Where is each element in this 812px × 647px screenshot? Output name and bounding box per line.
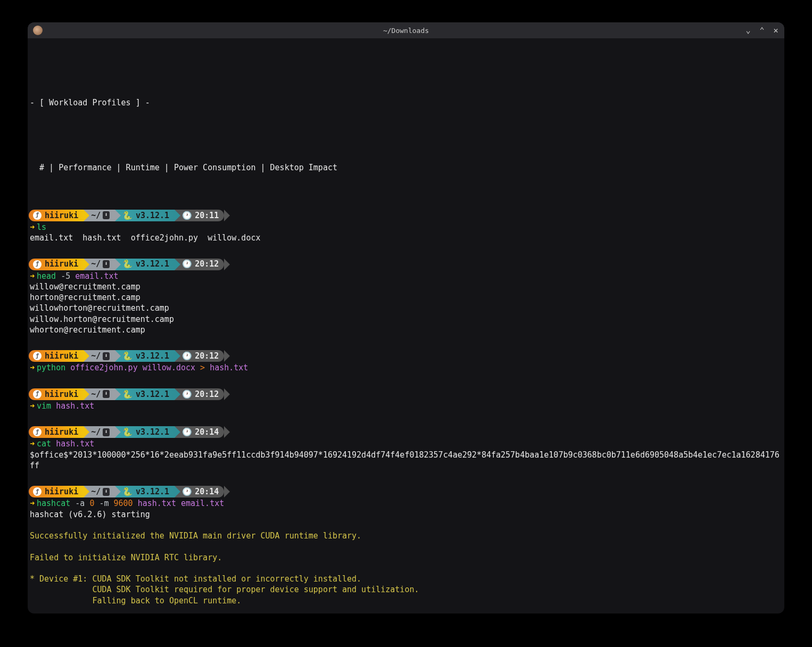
output-line: email.txt hash.txt office2john.py willow… [29, 233, 783, 243]
prompt-path: ~/ [91, 259, 101, 269]
prompt-user-segment: ƒhiiruki [29, 486, 84, 497]
prompt-time-segment: 🕐20:14 [175, 486, 224, 497]
python-icon: 🐍 [122, 351, 132, 361]
command-token: -m [99, 499, 113, 508]
command-token: vim [37, 401, 56, 411]
prompt-python-version: v3.12.1 [136, 427, 169, 437]
command-token: hash.txt [56, 401, 94, 411]
prompt-user-segment: ƒhiiruki [29, 426, 84, 438]
output-line: whorton@recruitment.camp [29, 325, 783, 335]
prompt-arrow-icon: ➜ [30, 439, 35, 449]
command-token: 9600 [114, 499, 138, 508]
command-token: -a [75, 499, 89, 508]
python-icon: 🐍 [122, 486, 132, 497]
command-token: email.txt [75, 271, 118, 281]
prompt-arrow-icon: ➜ [30, 363, 35, 372]
prompt-time-segment: 🕐20:12 [175, 388, 224, 400]
output-line: CUDA SDK Toolkit required for proper dev… [29, 584, 783, 595]
download-icon: ⬇ [103, 260, 110, 268]
prompt: ƒhiiruki~/⬇🐍v3.12.1🕐20:12 [29, 259, 783, 270]
fedora-icon: ƒ [33, 260, 42, 269]
command-token: ls [37, 222, 46, 232]
prompt: ƒhiiruki~/⬇🐍v3.12.1🕐20:14 [29, 486, 783, 497]
prompt-user-segment: ƒhiiruki [29, 388, 84, 400]
prompt-python-segment: 🐍v3.12.1 [115, 259, 175, 270]
prompt-user-segment: ƒhiiruki [29, 350, 84, 362]
prompt-path: ~/ [91, 210, 101, 221]
fedora-icon: ƒ [33, 211, 42, 220]
command-token: -5 [61, 271, 75, 281]
titlebar: ~/Downloads ⌄ ⌃ ✕ [28, 22, 784, 38]
output-line: Falling back to OpenCL runtime. [29, 595, 783, 606]
command-line[interactable]: ➜head -5 email.txt [29, 271, 783, 281]
terminal-body[interactable]: - [ Workload Profiles ] - # | Performanc… [28, 38, 784, 613]
prompt-user-segment: ƒhiiruki [29, 259, 84, 270]
output-line [29, 563, 783, 574]
prompt-time: 20:12 [195, 389, 219, 400]
command-token: email.txt [181, 499, 224, 508]
command-line[interactable]: ➜vim hash.txt [29, 401, 783, 411]
command-line[interactable]: ➜hashcat -a 0 -m 9600 hash.txt email.txt [29, 498, 783, 509]
clock-icon: 🕐 [182, 389, 192, 400]
command-token: hash.txt [210, 363, 248, 372]
prompt-time-segment: 🕐20:14 [175, 426, 224, 438]
header-line: - [ Workload Profiles ] - [29, 97, 783, 108]
output-line [29, 541, 783, 552]
fedora-icon: ƒ [33, 428, 42, 436]
prompt-python-segment: 🐍v3.12.1 [115, 350, 175, 362]
command-line[interactable]: ➜ls [29, 222, 783, 233]
prompt-python-segment: 🐍v3.12.1 [115, 210, 175, 221]
output-line [29, 520, 783, 530]
command-token: hash.txt [138, 499, 181, 508]
terminal-window: ~/Downloads ⌄ ⌃ ✕ - [ Workload Profiles … [28, 22, 784, 613]
prompt-arrow-icon: ➜ [30, 401, 35, 411]
download-icon: ⬇ [103, 352, 110, 360]
prompt-python-version: v3.12.1 [136, 351, 169, 361]
prompt-time: 20:12 [195, 351, 219, 361]
prompt-arrow-icon: ➜ [30, 222, 35, 232]
output-line: Failed to initialize NVIDIA RTC library. [29, 552, 783, 563]
prompt-path: ~/ [91, 486, 101, 497]
output-line: * Device #1: CUDA SDK Toolkit not instal… [29, 574, 783, 584]
prompt-time: 20:14 [195, 427, 219, 437]
prompt-python-segment: 🐍v3.12.1 [115, 388, 175, 400]
prompt: ƒhiiruki~/⬇🐍v3.12.1🕐20:12 [29, 388, 783, 400]
prompt-time-segment: 🕐20:11 [175, 210, 224, 221]
prompt-python-version: v3.12.1 [136, 389, 169, 400]
clock-icon: 🕐 [182, 351, 192, 361]
command-token: python [37, 363, 70, 372]
prompt-user: hiiruki [45, 389, 78, 400]
close-icon[interactable]: ✕ [772, 26, 780, 35]
window-title: ~/Downloads [383, 27, 429, 35]
prompt-arrow-icon: ➜ [30, 499, 35, 508]
command-line[interactable]: ➜python office2john.py willow.docx > has… [29, 362, 783, 373]
prompt-path: ~/ [91, 427, 101, 437]
prompt-python-version: v3.12.1 [136, 210, 169, 221]
maximize-icon[interactable]: ⌃ [758, 26, 766, 35]
python-icon: 🐍 [122, 210, 132, 221]
prompt-path: ~/ [91, 389, 101, 400]
prompt-user: hiiruki [45, 259, 78, 269]
prompt-user: hiiruki [45, 486, 78, 497]
prompt-time: 20:14 [195, 486, 219, 497]
prompt: ƒhiiruki~/⬇🐍v3.12.1🕐20:12 [29, 350, 783, 362]
prompt-python-version: v3.12.1 [136, 259, 169, 269]
download-icon: ⬇ [103, 488, 110, 496]
fedora-icon: ƒ [33, 487, 42, 496]
download-icon: ⬇ [103, 428, 110, 436]
command-token: hashcat [37, 499, 75, 508]
clock-icon: 🕐 [182, 259, 192, 269]
prompt-time-segment: 🕐20:12 [175, 259, 224, 270]
prompt-user-segment: ƒhiiruki [29, 210, 84, 221]
prompt-python-segment: 🐍v3.12.1 [115, 426, 175, 438]
python-icon: 🐍 [122, 389, 132, 400]
output-line: hashcat (v6.2.6) starting [29, 509, 783, 520]
output-line: willow@recruitment.camp [29, 281, 783, 292]
prompt-time: 20:12 [195, 259, 219, 269]
minimize-icon[interactable]: ⌄ [744, 26, 752, 35]
command-line[interactable]: ➜cat hash.txt [29, 438, 783, 449]
prompt: ƒhiiruki~/⬇🐍v3.12.1🕐20:11 [29, 210, 783, 221]
prompt-python-version: v3.12.1 [136, 486, 169, 497]
output-line: Successfully initialized the NVIDIA main… [29, 530, 783, 541]
prompt-python-segment: 🐍v3.12.1 [115, 486, 175, 497]
